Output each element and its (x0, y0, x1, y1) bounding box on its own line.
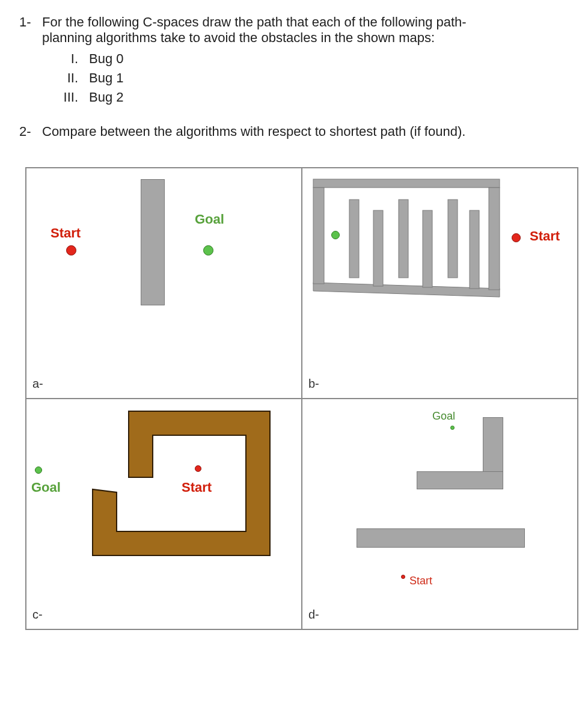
cell-c-goal-label: Goal (31, 480, 61, 495)
cell-a-label: a- (32, 377, 43, 391)
cell-b-start-label: Start (530, 228, 560, 244)
cell-b-goal-dot (331, 231, 340, 239)
svg-rect-4 (349, 200, 359, 278)
cell-a-start-dot (66, 245, 76, 255)
q1-item-3-roman: III. (55, 88, 89, 107)
q1-item-2-label: Bug 1 (89, 69, 124, 88)
cell-d: Goal Start d- (302, 399, 578, 629)
cell-d-goal-label: Goal (432, 410, 455, 423)
svg-rect-6 (448, 200, 458, 278)
cell-a-goal-dot (203, 245, 213, 255)
q2-number: 2- (19, 124, 42, 139)
cell-d-goal-dot (450, 426, 455, 430)
q1-number: 1- (19, 14, 42, 107)
cell-b-label: b- (308, 377, 319, 391)
svg-rect-5 (399, 200, 408, 278)
cell-b: Start b- (302, 168, 578, 399)
cell-c: Goal Start c- (26, 399, 302, 629)
q1-item-2: II. Bug 1 (55, 69, 566, 88)
cell-c-start-label: Start (182, 480, 212, 495)
q1-text-line1: For the following C-spaces draw the path… (42, 14, 467, 29)
q1-item-1: I. Bug 0 (55, 49, 566, 69)
svg-rect-7 (373, 210, 383, 286)
map-grid: Start Goal a- (25, 167, 578, 630)
q1-body: For the following C-spaces draw the path… (42, 14, 566, 107)
cell-b-obstacle (302, 168, 578, 399)
q1-item-1-label: Bug 0 (89, 49, 124, 69)
cell-d-label: d- (308, 608, 319, 622)
cell-c-label: c- (32, 608, 43, 622)
question-1: 1- For the following C-spaces draw the p… (19, 14, 566, 107)
q2-text: Compare between the algorithms with resp… (42, 124, 566, 139)
svg-rect-8 (423, 210, 432, 287)
cell-c-obstacle (26, 399, 302, 629)
svg-rect-3 (489, 188, 500, 290)
cell-a-goal-label: Goal (195, 212, 224, 227)
q1-item-3: III. Bug 2 (55, 88, 566, 107)
svg-rect-2 (313, 188, 324, 284)
cell-c-start-dot (195, 465, 201, 472)
q1-item-2-roman: II. (55, 69, 89, 88)
cell-d-obstacle-l-horz (417, 471, 503, 489)
q1-item-1-roman: I. (55, 49, 89, 69)
svg-rect-0 (313, 179, 500, 188)
svg-rect-9 (470, 210, 479, 289)
cell-d-start-label: Start (409, 575, 432, 587)
q1-text-line2: planning algorithms take to avoid the ob… (42, 30, 435, 45)
cell-c-goal-dot (35, 466, 42, 474)
cell-a-start-label: Start (51, 225, 81, 241)
q1-item-3-label: Bug 2 (89, 88, 124, 107)
question-2: 2- Compare between the algorithms with r… (19, 124, 566, 139)
cell-a-obstacle (141, 179, 165, 305)
cell-d-obstacle-bar (357, 528, 525, 548)
cell-d-start-dot (401, 575, 405, 579)
cell-a: Start Goal a- (26, 168, 302, 399)
cell-b-start-dot (512, 233, 521, 242)
q1-sublist: I. Bug 0 II. Bug 1 III. Bug 2 (42, 49, 566, 107)
